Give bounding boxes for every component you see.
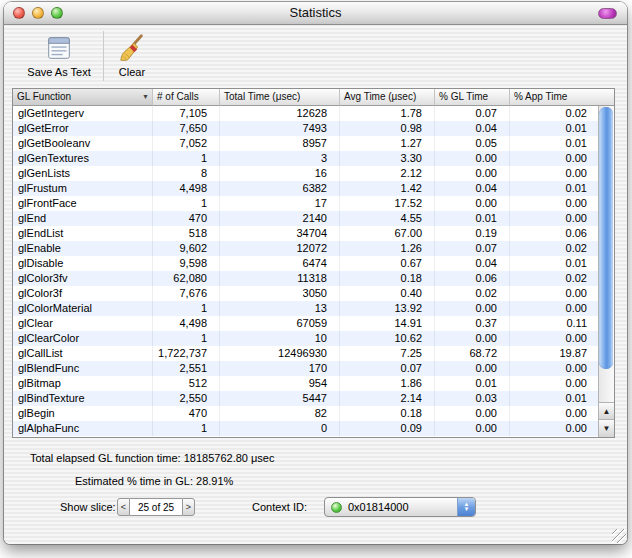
cell-gl-time-pct: 0.03 <box>435 391 510 406</box>
column-header-gl-function[interactable]: GL Function ▼ <box>13 89 153 106</box>
cell-app-time-pct: 0.00 <box>510 301 599 316</box>
popup-arrows-icon: ▲ ▼ <box>457 498 475 516</box>
estimated-gl-percent-value: 28.91% <box>196 475 233 487</box>
slice-prev-button[interactable]: < <box>117 498 130 516</box>
table-row[interactable]: glBegin470820.180.000.00 <box>13 406 599 421</box>
scroll-down-button[interactable]: ▼ <box>599 419 614 437</box>
table-row[interactable]: glEnd47021404.550.010.00 <box>13 211 599 226</box>
table-row[interactable]: glBitmap5129541.860.010.00 <box>13 376 599 391</box>
cell-total-time: 5447 <box>220 391 340 406</box>
cell-num-calls: 470 <box>153 406 220 421</box>
cell-avg-time: 1.86 <box>340 376 435 391</box>
cell-avg-time: 0.18 <box>340 406 435 421</box>
statistics-table: GL Function ▼ # of Calls Total Time (μse… <box>12 88 615 438</box>
table-row[interactable]: glColorMaterial11313.920.000.00 <box>13 301 599 316</box>
cell-gl-function: glGetBooleanv <box>13 136 153 151</box>
column-header-total-time[interactable]: Total Time (μsec) <box>220 89 340 106</box>
context-id-popup[interactable]: 0x01814000 ▲ ▼ <box>324 497 476 517</box>
cell-app-time-pct: 0.00 <box>510 166 599 181</box>
table-body: glGetIntegerv7,105126281.780.070.02glGet… <box>13 106 599 437</box>
table-row[interactable]: glBindTexture2,55054472.140.030.01 <box>13 391 599 406</box>
table-row[interactable]: glColor3fv62,080113180.180.060.02 <box>13 271 599 286</box>
cell-num-calls: 2,550 <box>153 391 220 406</box>
table-row[interactable]: glGetBooleanv7,05289571.270.050.01 <box>13 136 599 151</box>
scroll-up-button[interactable]: ▲ <box>599 402 614 420</box>
table-row[interactable]: glFrustum4,49863821.420.040.01 <box>13 181 599 196</box>
minimize-button[interactable] <box>32 7 44 19</box>
cell-gl-function: glColor3fv <box>13 271 153 286</box>
cell-num-calls: 7,105 <box>153 106 220 121</box>
cell-num-calls: 1 <box>153 301 220 316</box>
cell-gl-function: glEnd <box>13 211 153 226</box>
save-as-text-button[interactable]: Save As Text <box>17 33 101 78</box>
column-header-num-calls[interactable]: # of Calls <box>153 89 220 106</box>
column-header-app-time-pct[interactable]: % App Time <box>510 89 614 106</box>
cell-num-calls: 9,602 <box>153 241 220 256</box>
table-row[interactable]: glDisable9,59864740.670.040.01 <box>13 256 599 271</box>
table-row[interactable]: glEndList5183470467.000.190.06 <box>13 226 599 241</box>
cell-gl-time-pct: 0.00 <box>435 151 510 166</box>
cell-num-calls: 4,498 <box>153 316 220 331</box>
close-button[interactable] <box>13 7 25 19</box>
cell-app-time-pct: 0.00 <box>510 151 599 166</box>
cell-gl-function: glGenLists <box>13 166 153 181</box>
cell-avg-time: 14.91 <box>340 316 435 331</box>
total-gl-time-label: Total elapsed GL function time: <box>30 452 181 464</box>
clear-button[interactable]: Clear <box>109 33 155 78</box>
table-row[interactable]: glColor3f7,67630500.400.020.00 <box>13 286 599 301</box>
cell-gl-time-pct: 68.72 <box>435 346 510 361</box>
cell-total-time: 82 <box>220 406 340 421</box>
cell-avg-time: 4.55 <box>340 211 435 226</box>
column-header-gl-time-pct[interactable]: % GL Time <box>435 89 510 106</box>
cell-num-calls: 1 <box>153 151 220 166</box>
cell-gl-time-pct: 0.37 <box>435 316 510 331</box>
slice-next-button[interactable]: > <box>182 498 195 516</box>
table-row[interactable]: glGenLists8162.120.000.00 <box>13 166 599 181</box>
table-row[interactable]: glClear4,4986705914.910.370.11 <box>13 316 599 331</box>
popup-down-icon: ▼ <box>464 507 470 512</box>
cell-avg-time: 0.40 <box>340 286 435 301</box>
cell-total-time: 67059 <box>220 316 340 331</box>
cell-app-time-pct: 0.00 <box>510 331 599 346</box>
context-status-led-icon <box>331 502 342 513</box>
cell-app-time-pct: 0.01 <box>510 121 599 136</box>
slice-input[interactable] <box>130 498 182 516</box>
vertical-scrollbar[interactable]: ▲ ▼ <box>598 106 614 437</box>
cell-app-time-pct: 0.00 <box>510 196 599 211</box>
save-as-text-icon <box>17 33 101 65</box>
cell-total-time: 11318 <box>220 271 340 286</box>
zoom-button[interactable] <box>51 7 63 19</box>
table-row[interactable]: glEnable9,602120721.260.070.02 <box>13 241 599 256</box>
toolbar-toggle-button[interactable] <box>598 8 617 19</box>
clear-label: Clear <box>109 66 155 78</box>
cell-app-time-pct: 0.06 <box>510 226 599 241</box>
table-row[interactable]: glClearColor11010.620.000.00 <box>13 331 599 346</box>
table-row[interactable]: glBlendFunc2,5511700.070.000.00 <box>13 361 599 376</box>
cell-app-time-pct: 0.00 <box>510 376 599 391</box>
cell-num-calls: 470 <box>153 211 220 226</box>
cell-gl-time-pct: 0.00 <box>435 421 510 436</box>
title-bar[interactable]: Statistics <box>4 2 627 25</box>
table-row[interactable]: glGetError7,65074930.980.040.01 <box>13 121 599 136</box>
cell-gl-function: glClearColor <box>13 331 153 346</box>
cell-gl-time-pct: 0.04 <box>435 181 510 196</box>
table-row[interactable]: glFrontFace11717.520.000.00 <box>13 196 599 211</box>
table-row[interactable]: glGetIntegerv7,105126281.780.070.02 <box>13 106 599 121</box>
scroll-down-icon: ▼ <box>603 424 611 433</box>
cell-total-time: 3050 <box>220 286 340 301</box>
cell-avg-time: 0.07 <box>340 361 435 376</box>
table-row[interactable]: glGenTextures133.300.000.00 <box>13 151 599 166</box>
table-row[interactable]: glAlphaFunc100.090.000.00 <box>13 421 599 436</box>
scrollbar-thumb[interactable] <box>599 107 613 369</box>
cell-gl-function: glEnable <box>13 241 153 256</box>
resize-grip[interactable] <box>612 529 626 543</box>
column-header-avg-time[interactable]: Avg Time (μsec) <box>340 89 435 106</box>
cell-avg-time: 10.62 <box>340 331 435 346</box>
table-row[interactable]: glCallList1,722,737124969307.2568.7219.8… <box>13 346 599 361</box>
cell-avg-time: 17.52 <box>340 196 435 211</box>
cell-gl-time-pct: 0.00 <box>435 301 510 316</box>
toolbar-divider <box>103 31 104 81</box>
cell-avg-time: 2.14 <box>340 391 435 406</box>
statistics-window: Statistics Save As Text <box>4 2 627 544</box>
cell-gl-time-pct: 0.00 <box>435 361 510 376</box>
